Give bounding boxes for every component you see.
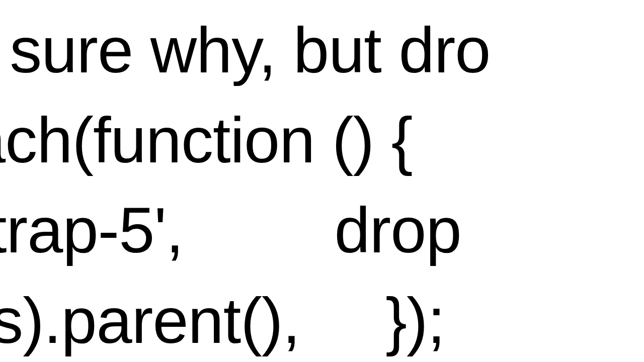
text-line-4: this).parent(),}); [0, 276, 644, 362]
text-fragment-4b: }); [385, 285, 445, 356]
text-line-3: strap-5',drop [0, 185, 644, 275]
text-line-1: t sure why, but dro [0, 5, 644, 95]
text-line-2: ach(function () { [0, 95, 644, 185]
text-fragment-4a: this).parent(), [0, 285, 300, 356]
text-fragment-3a: strap-5', [0, 194, 183, 266]
cropped-code-text: t sure why, but dro ach(function () { st… [0, 0, 644, 362]
text-fragment-3b: drop [334, 194, 461, 266]
